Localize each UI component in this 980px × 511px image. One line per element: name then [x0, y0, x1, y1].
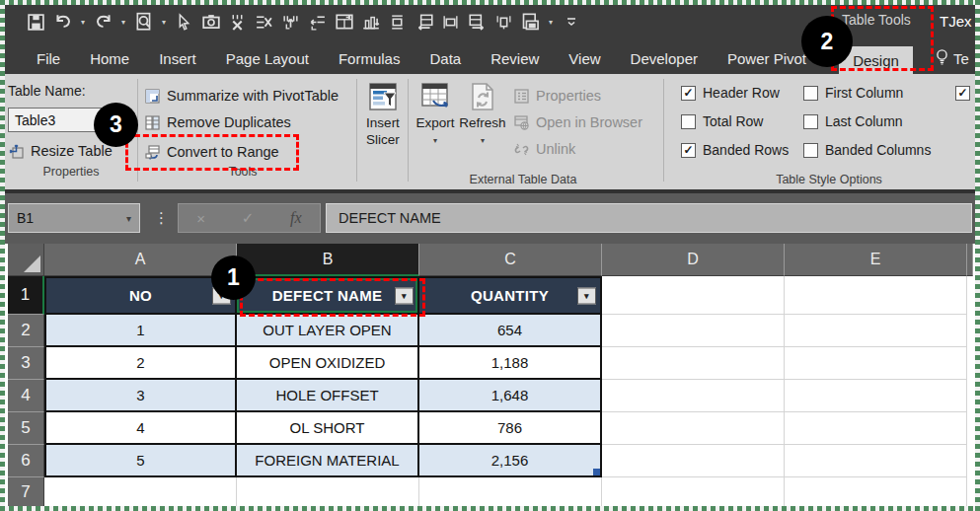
cell-C2[interactable]: 654	[419, 315, 602, 347]
insert-cells-icon[interactable]	[280, 12, 301, 33]
cell-D2[interactable]	[602, 315, 785, 347]
cell-A1[interactable]: NO▾	[44, 276, 237, 315]
cell-A3[interactable]: 2	[44, 347, 237, 380]
table-resize-handle[interactable]	[593, 469, 600, 475]
quick-print-dropdown-icon[interactable]: ▾	[547, 18, 555, 27]
tell-me-button[interactable]: Te	[935, 48, 969, 68]
cell-E7[interactable]	[785, 477, 967, 508]
cell-C6[interactable]: 2,156	[419, 445, 602, 477]
column-header-C[interactable]: C	[419, 244, 602, 276]
resize-table-button[interactable]: Resize Table	[8, 138, 113, 164]
cell-B1-active[interactable]: DEFECT NAME▾	[237, 276, 419, 315]
select-cursor-icon[interactable]	[174, 12, 194, 33]
cell-E1[interactable]	[785, 276, 967, 315]
cell-D4[interactable]	[602, 380, 785, 412]
cell-A4[interactable]: 3	[44, 380, 237, 412]
first-column-checkbox[interactable]: First Column	[803, 84, 903, 102]
cell-E4[interactable]	[785, 380, 967, 412]
cell-B7[interactable]	[237, 477, 419, 508]
cell-D3[interactable]	[602, 347, 785, 380]
cell-D6[interactable]	[602, 445, 785, 477]
total-row-checkbox[interactable]: Total Row	[681, 112, 763, 130]
cell-B2[interactable]: OUT LAYER OPEN	[237, 315, 419, 347]
quick-print-icon[interactable]	[520, 12, 541, 33]
cell-E5[interactable]	[785, 412, 967, 445]
row-header-6[interactable]: 6	[8, 445, 44, 477]
tab-insert[interactable]: Insert	[144, 43, 211, 74]
undo-icon[interactable]	[52, 12, 73, 33]
undo-dropdown-icon[interactable]: ▾	[79, 18, 87, 27]
export-button[interactable]: Export ▾	[413, 81, 458, 149]
cell-B5[interactable]: OL SHORT	[237, 412, 419, 445]
tab-developer[interactable]: Developer	[616, 43, 713, 74]
insert-cut-cells-icon[interactable]	[307, 12, 328, 33]
row-header-3[interactable]: 3	[8, 347, 44, 380]
box-up-arrow-icon[interactable]	[493, 12, 514, 33]
cell-A5[interactable]: 4	[44, 412, 237, 445]
redo-icon[interactable]	[93, 12, 113, 33]
delete-rows-icon[interactable]	[254, 12, 274, 33]
header-row-checkbox[interactable]: ✓ Header Row	[681, 84, 780, 102]
tab-data[interactable]: Data	[415, 43, 476, 74]
cell-B6[interactable]: FOREIGN MATERIAL	[237, 445, 419, 477]
cell-D1[interactable]	[602, 276, 785, 315]
align-center-icon[interactable]	[387, 12, 408, 33]
name-box-dropdown-icon[interactable]: ▾	[126, 213, 131, 224]
name-box[interactable]: B1 ▾	[8, 203, 140, 233]
filter-button-checkbox[interactable]: ✓	[955, 84, 970, 102]
cell-C7[interactable]	[419, 477, 602, 508]
remove-duplicates-button[interactable]: Remove Duplicates	[144, 110, 291, 135]
cell-D7[interactable]	[602, 477, 785, 508]
row-header-4[interactable]: 4	[8, 380, 44, 412]
cell-C4[interactable]: 1,648	[419, 380, 602, 412]
tab-view[interactable]: View	[554, 43, 615, 74]
banded-columns-checkbox[interactable]: Banded Columns	[803, 141, 931, 159]
rows-arrow-right-icon[interactable]	[467, 12, 488, 33]
cell-E2[interactable]	[785, 315, 967, 347]
select-all-button[interactable]	[8, 244, 44, 276]
tab-file[interactable]: File	[22, 43, 75, 74]
convert-to-range-button[interactable]: Convert to Range	[144, 139, 279, 165]
summarize-pivottable-button[interactable]: Summarize with PivotTable	[144, 83, 339, 109]
column-header-B[interactable]: B	[237, 244, 419, 276]
tab-formulas[interactable]: Formulas	[324, 43, 415, 74]
row-header-5[interactable]: 5	[8, 412, 44, 445]
cell-B3[interactable]: OPEN OXIDIZED	[237, 347, 419, 380]
cell-C1[interactable]: QUANTITY▾	[419, 276, 602, 315]
cell-B4[interactable]: HOLE OFFSET	[237, 380, 419, 412]
cell-C3[interactable]: 1,188	[419, 347, 602, 380]
account-name[interactable]: TJex	[940, 13, 972, 30]
chart-down-icon[interactable]	[360, 12, 381, 33]
redo-dropdown-icon[interactable]: ▾	[119, 18, 127, 27]
cell-A7[interactable]	[44, 477, 237, 508]
save-icon[interactable]	[26, 12, 46, 33]
cell-D5[interactable]	[602, 412, 785, 445]
column-header-D[interactable]: D	[602, 244, 785, 276]
print-preview-dropdown-icon[interactable]: ▾	[160, 18, 168, 27]
rows-arrow-left-icon[interactable]	[414, 12, 434, 33]
cell-E3[interactable]	[785, 347, 967, 380]
banded-rows-checkbox[interactable]: ✓ Banded Rows	[681, 141, 789, 159]
cell-A6[interactable]: 5	[44, 445, 237, 477]
last-column-checkbox[interactable]: Last Column	[803, 112, 903, 130]
delete-cells-icon[interactable]	[227, 12, 248, 33]
row-header-7[interactable]: 7	[8, 477, 44, 508]
print-preview-icon[interactable]	[133, 12, 154, 33]
filter-dropdown-icon[interactable]: ▾	[577, 287, 596, 304]
tab-review[interactable]: Review	[476, 43, 554, 74]
tab-page-layout[interactable]: Page Layout	[211, 43, 324, 74]
insert-function-icon[interactable]: fx	[290, 209, 302, 227]
formula-bar[interactable]: DEFECT NAME	[326, 203, 972, 233]
customize-qat-icon[interactable]	[561, 12, 581, 33]
cell-A2[interactable]: 1	[44, 315, 237, 347]
filter-dropdown-icon[interactable]: ▾	[395, 287, 414, 304]
column-header-A[interactable]: A	[44, 244, 237, 276]
cell-C5[interactable]: 786	[419, 412, 602, 445]
table-arrow-icon[interactable]	[334, 12, 354, 33]
cell-E6[interactable]	[785, 445, 967, 477]
column-header-E[interactable]: E	[785, 244, 967, 276]
row-header-1[interactable]: 1	[8, 276, 44, 315]
refresh-button[interactable]: Refresh ▾	[460, 81, 505, 149]
insert-slicer-button[interactable]: Insert Slicer	[361, 81, 405, 148]
tab-home[interactable]: Home	[75, 43, 144, 74]
